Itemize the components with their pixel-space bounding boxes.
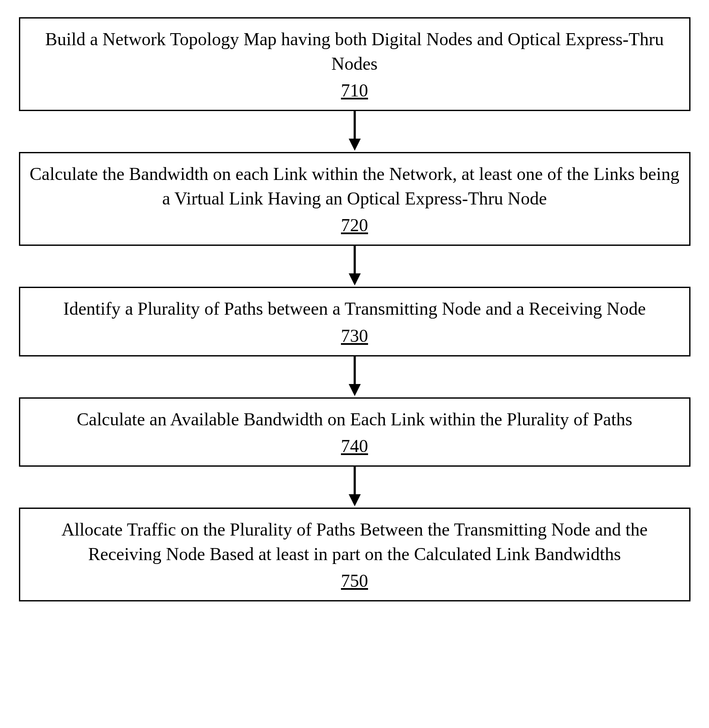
step-ref: 720: [341, 213, 368, 238]
step-text: Allocate Traffic on the Plurality of Pat…: [62, 520, 648, 564]
flowchart: Build a Network Topology Map having both…: [19, 17, 690, 601]
step-ref: 750: [341, 569, 368, 593]
arrow-icon: [346, 467, 363, 508]
step-ref: 730: [341, 324, 368, 348]
step-ref: 740: [341, 434, 368, 458]
step-box-740: Calculate an Available Bandwidth on Each…: [19, 397, 690, 467]
svg-marker-3: [349, 273, 361, 285]
step-box-730: Identify a Plurality of Paths between a …: [19, 287, 690, 356]
step-text: Build a Network Topology Map having both…: [45, 29, 664, 74]
arrow-icon: [346, 246, 363, 287]
step-box-750: Allocate Traffic on the Plurality of Pat…: [19, 508, 690, 601]
svg-marker-5: [349, 384, 361, 396]
step-box-720: Calculate the Bandwidth on each Link wit…: [19, 152, 690, 246]
step-text: Calculate the Bandwidth on each Link wit…: [30, 164, 679, 208]
step-box-710: Build a Network Topology Map having both…: [19, 17, 690, 111]
arrow-icon: [346, 356, 363, 397]
arrow-icon: [346, 111, 363, 152]
step-text: Identify a Plurality of Paths between a …: [63, 299, 646, 319]
svg-marker-1: [349, 139, 361, 151]
svg-marker-7: [349, 494, 361, 506]
step-text: Calculate an Available Bandwidth on Each…: [77, 409, 632, 429]
step-ref: 710: [341, 78, 368, 103]
